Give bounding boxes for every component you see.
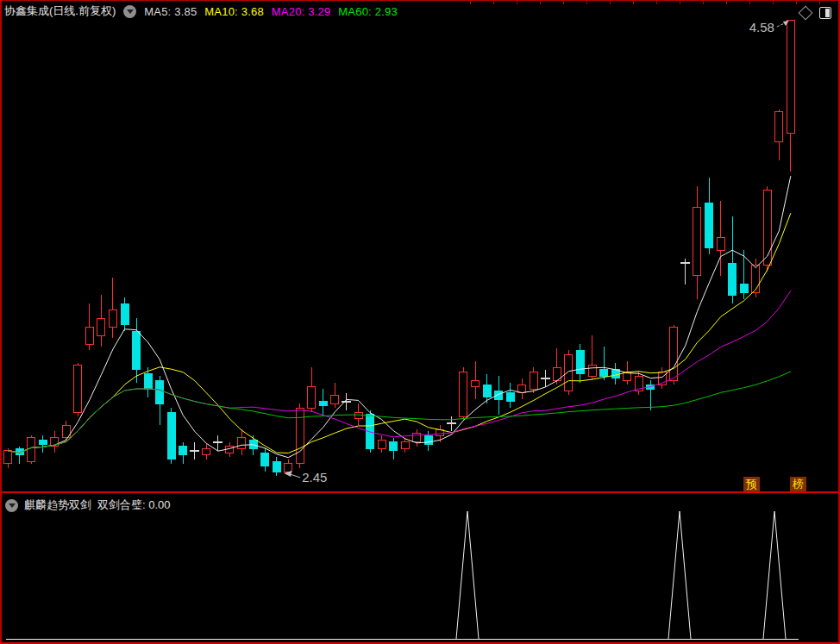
chart-header: 协鑫集成(日线.前复权) MA5: 3.85 MA10: 3.68 MA20: … bbox=[4, 3, 398, 19]
indicator-value: 双剑合璧: 0.00 bbox=[97, 497, 171, 513]
border-left bbox=[0, 0, 2, 644]
main-price-chart[interactable]: 4.582.45 bbox=[0, 0, 840, 492]
collapse-chevron-icon[interactable] bbox=[123, 5, 136, 18]
ma10-label: MA10: 3.68 bbox=[204, 5, 264, 18]
app-window: 4.582.45 协鑫集成(日线.前复权) MA5: 3.85 MA10: 3.… bbox=[0, 0, 840, 644]
svg-text:4.58: 4.58 bbox=[749, 20, 774, 34]
ma60-label: MA60: 2.93 bbox=[338, 5, 398, 18]
tag-yu[interactable]: 预 bbox=[743, 477, 760, 491]
symbol-title: 协鑫集成(日线.前复权) bbox=[4, 3, 116, 19]
border-top bbox=[0, 0, 840, 1]
ma5-label: MA5: 3.85 bbox=[144, 5, 197, 18]
window-tools bbox=[800, 7, 831, 19]
panel-layout-icon[interactable] bbox=[819, 7, 831, 19]
subpanel-header: 麒麟趋势双剑 双剑合璧: 0.00 bbox=[5, 497, 171, 513]
tag-bang[interactable]: 榜 bbox=[790, 477, 806, 491]
svg-text:2.45: 2.45 bbox=[302, 470, 327, 485]
diamond-icon[interactable] bbox=[799, 6, 813, 21]
collapse-chevron-icon[interactable] bbox=[5, 499, 18, 512]
indicator-name: 麒麟趋势双剑 bbox=[24, 497, 91, 513]
indicator-sub-chart[interactable] bbox=[0, 492, 840, 644]
ma20-label: MA20: 3.29 bbox=[272, 5, 331, 18]
